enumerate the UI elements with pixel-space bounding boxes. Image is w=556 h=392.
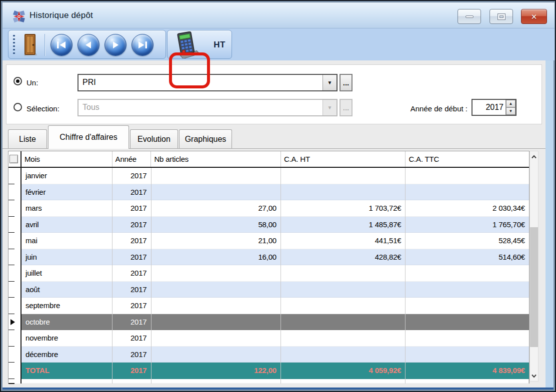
- cell-nb-articles: [152, 379, 281, 384]
- cell-nb-articles: [152, 330, 281, 347]
- tab-evolution[interactable]: Evolution: [130, 129, 178, 149]
- minimize-button[interactable]: [458, 9, 481, 24]
- table-row[interactable]: juillet 2017: [8, 265, 529, 282]
- cell-ca-ht: 428,82€: [281, 249, 406, 266]
- cell-annee: 2017: [112, 233, 152, 249]
- column-header-ca-ttc[interactable]: C.A. TTC: [406, 151, 529, 167]
- depot-dropdown-button[interactable]: ▼: [322, 75, 336, 90]
- row-gutter[interactable]: [8, 168, 22, 184]
- cell-annee: 2017: [112, 168, 152, 184]
- scroll-down-button[interactable]: [530, 372, 538, 380]
- spinner-down-button[interactable]: ▼: [506, 107, 516, 115]
- start-year-spinbox[interactable]: 2017 ▲ ▼: [472, 99, 516, 116]
- previous-record-icon: [84, 41, 94, 49]
- cell-nb-articles: 21,00: [152, 233, 281, 249]
- filter-panel: Un: PRI ▼ ... Sélection: Tous ▼ ... Anné…: [6, 64, 542, 124]
- cell-annee: 2017: [112, 282, 152, 298]
- cell-ca-ht: [281, 314, 406, 331]
- table-row[interactable]: septembre 2017: [8, 298, 529, 314]
- cell-annee: 2017: [112, 200, 152, 217]
- toolbar-drag-handle[interactable]: [13, 35, 15, 56]
- selection-combobox: Tous ▼: [78, 99, 338, 116]
- annotation-highlight: [169, 52, 210, 88]
- scroll-down-icon: [531, 374, 537, 378]
- table-row[interactable]: août 2017: [8, 282, 529, 298]
- tab-liste[interactable]: Liste: [8, 129, 47, 149]
- maximize-button[interactable]: [490, 9, 513, 24]
- radio-un[interactable]: [14, 77, 22, 85]
- cell-ca-ttc: 1 765,70€: [406, 217, 529, 233]
- radio-selection-label: Sélection:: [26, 104, 60, 113]
- row-gutter[interactable]: [8, 314, 22, 331]
- cell-nb-articles: 122,00: [152, 363, 281, 379]
- next-record-button[interactable]: [104, 34, 126, 56]
- table-row[interactable]: mai 2017 21,00 441,51€ 528,45€: [8, 233, 529, 249]
- cell-annee: 2017: [112, 330, 152, 347]
- tab-chiffre-daffaires[interactable]: Chiffre d'affaires: [48, 125, 129, 149]
- cell-ca-ht: [281, 330, 406, 347]
- cell-mois: TOTAL: [22, 363, 112, 379]
- table-row[interactable]: novembre 2017: [8, 330, 529, 347]
- first-record-button[interactable]: [50, 34, 72, 56]
- table-total-row[interactable]: TOTAL 2017 122,00 4 059,92€ 4 839,09€: [8, 363, 529, 379]
- toolbar-nav-panel: [8, 30, 166, 59]
- spinner-up-button[interactable]: ▲: [506, 100, 516, 107]
- radio-un-dot: [16, 79, 20, 83]
- previous-record-button[interactable]: [78, 34, 100, 56]
- cell-nb-articles: [152, 168, 281, 184]
- radio-selection[interactable]: [14, 103, 22, 111]
- tab-graphiques[interactable]: Graphiques: [179, 129, 232, 149]
- cell-ca-ht: 1 703,72€: [281, 200, 406, 217]
- row-gutter: [8, 379, 22, 384]
- table-row[interactable]: octobre 2017: [8, 314, 529, 331]
- scroll-up-button[interactable]: [530, 152, 538, 161]
- maximize-icon: [498, 14, 505, 19]
- cell-ca-ht: [281, 379, 406, 384]
- cell-ca-ttc: 2 030,34€: [406, 200, 529, 217]
- cell-ca-ht: [281, 168, 406, 184]
- column-header-nb-articles[interactable]: Nb articles: [151, 151, 281, 167]
- table-row[interactable]: avril 2017 58,00 1 485,87€ 1 765,70€: [8, 217, 529, 233]
- cell-annee: [112, 379, 152, 384]
- row-gutter[interactable]: [8, 184, 22, 201]
- table-row[interactable]: janvier 2017: [8, 168, 529, 184]
- select-all-checkbox[interactable]: [10, 155, 18, 163]
- table-row[interactable]: mars 2017 27,00 1 703,72€ 2 030,34€: [8, 200, 529, 217]
- table-row[interactable]: février 2017: [8, 184, 529, 201]
- row-gutter[interactable]: [8, 282, 22, 298]
- exit-door-icon[interactable]: [22, 33, 38, 56]
- column-header-mois[interactable]: Mois: [22, 151, 112, 167]
- row-gutter[interactable]: [8, 347, 22, 363]
- row-gutter[interactable]: [8, 330, 22, 347]
- cell-mois: juillet: [22, 265, 112, 282]
- cell-nb-articles: 27,00: [152, 200, 281, 217]
- row-gutter[interactable]: [8, 249, 22, 266]
- cell-nb-articles: [152, 314, 281, 331]
- scrollbar-thumb[interactable]: [530, 227, 538, 347]
- cell-ca-ht: [281, 282, 406, 298]
- row-gutter[interactable]: [8, 217, 22, 233]
- cell-annee: 2017: [112, 265, 152, 282]
- last-record-button[interactable]: [132, 34, 154, 56]
- row-gutter[interactable]: [8, 200, 22, 217]
- spinner-down-icon: ▼: [509, 109, 513, 113]
- row-gutter[interactable]: [8, 265, 22, 282]
- row-gutter[interactable]: [8, 298, 22, 314]
- cell-annee: 2017: [112, 249, 152, 266]
- cell-annee: 2017: [112, 347, 152, 363]
- column-header-ca-ht[interactable]: C.A. HT: [281, 151, 406, 167]
- close-button[interactable]: ✕: [521, 9, 547, 24]
- title-bar: Historique dépôt ✕: [2, 2, 554, 28]
- ht-mode-label: HT: [210, 30, 230, 59]
- selection-browse-button: ...: [340, 99, 352, 116]
- column-header-annee[interactable]: Année: [112, 151, 152, 167]
- cell-nb-articles: [152, 184, 281, 201]
- vertical-scrollbar[interactable]: [530, 151, 538, 382]
- cell-ca-ht: [281, 184, 406, 201]
- cell-mois: septembre: [22, 298, 112, 314]
- table-row[interactable]: juin 2017 16,00 428,82€ 514,60€: [8, 249, 529, 266]
- depot-browse-button[interactable]: ...: [340, 74, 352, 91]
- row-gutter[interactable]: [8, 233, 22, 249]
- table-row[interactable]: décembre 2017: [8, 347, 529, 363]
- chevron-down-icon: ▼: [328, 105, 332, 110]
